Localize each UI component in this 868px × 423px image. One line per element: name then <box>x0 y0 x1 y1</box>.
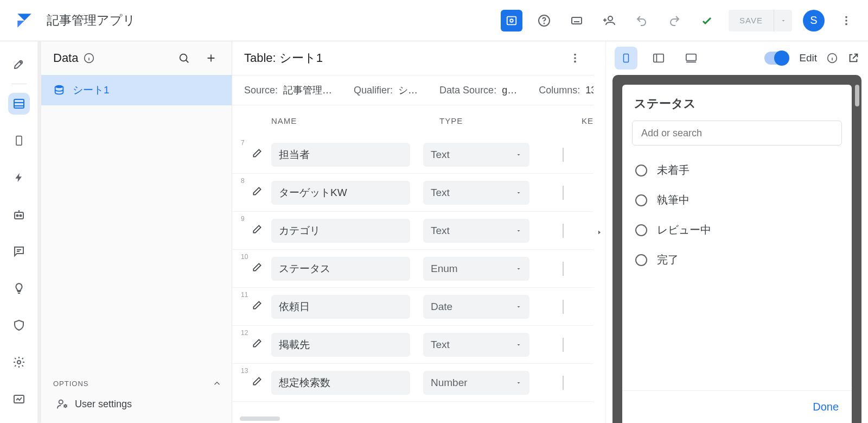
actions-tab-icon[interactable] <box>8 167 30 188</box>
table-more-icon[interactable] <box>564 47 586 69</box>
column-row[interactable]: 7 Text <box>232 136 593 174</box>
search-icon[interactable] <box>173 47 195 69</box>
edit-column-icon[interactable] <box>252 186 263 197</box>
svg-point-15 <box>17 361 21 364</box>
table-header: Table: シート1 <box>244 50 323 66</box>
svg-rect-4 <box>572 17 582 24</box>
device-desktop-icon[interactable] <box>680 47 703 70</box>
column-row[interactable]: 8 Text <box>232 174 593 212</box>
keyboard-icon[interactable] <box>566 10 588 31</box>
column-type-select[interactable]: Date <box>423 295 529 319</box>
svg-point-22 <box>574 54 576 56</box>
svg-rect-29 <box>563 300 564 314</box>
security-tab-icon[interactable] <box>8 314 30 336</box>
column-name-input[interactable] <box>271 181 410 205</box>
edit-column-icon[interactable] <box>252 262 263 273</box>
column-name-input[interactable] <box>271 143 410 167</box>
help-icon[interactable] <box>533 10 555 31</box>
edit-info-icon[interactable] <box>827 53 838 64</box>
column-name-input[interactable] <box>271 371 410 395</box>
device-tablet-icon[interactable] <box>647 47 670 70</box>
add-table-icon[interactable] <box>200 47 222 69</box>
column-type-select[interactable]: Text <box>423 219 529 243</box>
share-add-user-icon[interactable] <box>598 10 620 31</box>
status-option[interactable]: レビュー中 <box>624 215 850 245</box>
edit-toggle[interactable] <box>764 52 788 65</box>
collapse-options-icon[interactable] <box>212 378 222 388</box>
status-option[interactable]: 完了 <box>624 245 850 275</box>
user-settings-button[interactable]: User settings <box>53 398 222 410</box>
avatar[interactable]: S <box>803 10 825 31</box>
column-row[interactable]: 9 Text <box>232 212 593 250</box>
manage-tab-icon[interactable] <box>8 388 30 410</box>
redo-icon[interactable] <box>663 10 685 31</box>
idea-tab-icon[interactable] <box>8 277 30 299</box>
edit-column-icon[interactable] <box>252 338 263 349</box>
svg-point-7 <box>845 20 847 22</box>
horizontal-scroll-thumb[interactable] <box>240 416 280 421</box>
column-type-select[interactable]: Enum <box>423 257 529 281</box>
preview-panel: Edit ステータス 未着手執筆中レビュー中完了 Done <box>605 41 868 423</box>
status-search-input[interactable] <box>632 121 842 146</box>
preview-icon[interactable] <box>501 10 522 31</box>
device-frame: ステータス 未着手執筆中レビュー中完了 Done <box>612 75 861 423</box>
column-name-input[interactable] <box>271 219 410 243</box>
bots-tab-icon[interactable] <box>8 204 30 225</box>
edit-column-icon[interactable] <box>252 376 263 387</box>
table-item-label: シート1 <box>73 83 110 97</box>
status-option[interactable]: 未着手 <box>624 155 850 185</box>
user-settings-label: User settings <box>75 399 132 410</box>
done-button[interactable]: Done <box>622 390 852 423</box>
column-row[interactable]: 12 Text <box>232 326 593 364</box>
svg-point-5 <box>608 16 612 21</box>
svg-rect-0 <box>507 16 516 24</box>
settings-tab-icon[interactable] <box>8 351 30 373</box>
radio-icon <box>635 254 647 266</box>
column-name-input[interactable] <box>271 333 410 357</box>
info-icon[interactable] <box>84 53 94 64</box>
rocket-icon[interactable] <box>8 53 30 75</box>
column-type-select[interactable]: Number <box>423 371 529 395</box>
svg-rect-12 <box>15 212 23 219</box>
undo-icon[interactable] <box>631 10 653 31</box>
more-vert-icon[interactable] <box>835 10 857 31</box>
key-cell <box>556 186 572 200</box>
column-type-select[interactable]: Text <box>423 143 529 167</box>
edit-column-icon[interactable] <box>252 224 263 235</box>
edit-column-icon[interactable] <box>252 300 263 311</box>
expand-preview-icon[interactable] <box>593 41 605 423</box>
device-phone-icon[interactable] <box>615 47 637 70</box>
column-rows[interactable]: 7 Text 8 Text 9 Text <box>232 136 593 423</box>
svg-point-19 <box>55 85 63 89</box>
chat-tab-icon[interactable] <box>8 241 30 262</box>
side-scrollbar[interactable] <box>38 41 41 423</box>
save-caret-icon[interactable] <box>774 10 792 31</box>
data-side-panel: Data シート1 OPTIONS User settings <box>38 41 232 423</box>
open-in-new-icon[interactable] <box>847 52 859 64</box>
svg-rect-10 <box>14 99 24 108</box>
save-button[interactable]: SAVE <box>729 10 792 31</box>
svg-rect-11 <box>16 136 22 146</box>
check-icon[interactable] <box>696 10 718 31</box>
column-name-input[interactable] <box>271 295 410 319</box>
data-tab-icon[interactable] <box>8 93 30 115</box>
column-type-select[interactable]: Text <box>423 181 529 205</box>
radio-icon <box>635 224 647 236</box>
preview-scrollbar[interactable] <box>855 85 859 106</box>
column-row[interactable]: 11 Date <box>232 288 593 326</box>
column-row[interactable]: 10 Enum <box>232 250 593 288</box>
table-item-sheet1[interactable]: シート1 <box>38 75 232 105</box>
svg-rect-34 <box>686 54 696 61</box>
column-name-input[interactable] <box>271 257 410 281</box>
svg-point-24 <box>574 61 576 63</box>
column-type-select[interactable]: Text <box>423 333 529 357</box>
key-cell <box>556 262 572 276</box>
status-option[interactable]: 執筆中 <box>624 185 850 215</box>
svg-point-9 <box>20 62 21 63</box>
data-panel-title: Data <box>53 51 78 65</box>
app-title: 記事管理アプリ <box>47 12 136 29</box>
views-tab-icon[interactable] <box>8 130 30 151</box>
edit-column-icon[interactable] <box>252 148 263 159</box>
column-row[interactable]: 13 Number <box>232 364 593 402</box>
row-number: 11 <box>241 291 248 299</box>
